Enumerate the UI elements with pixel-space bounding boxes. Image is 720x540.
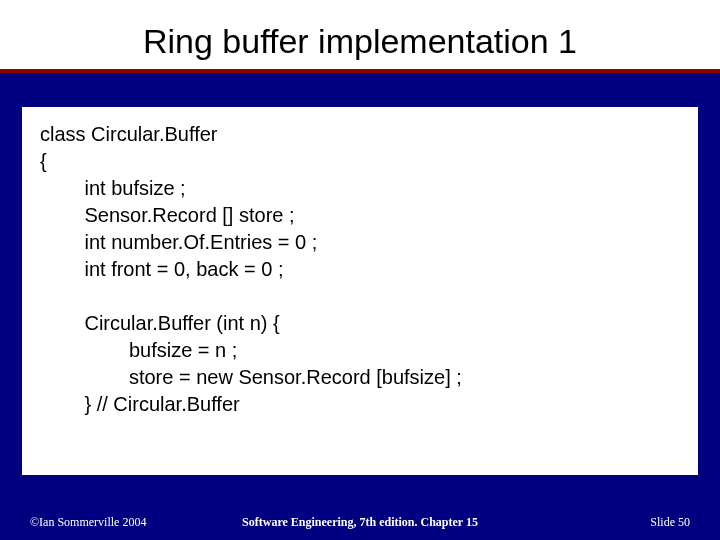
code-listing: class Circular.Buffer { int bufsize ; Se… bbox=[40, 121, 680, 418]
code-box: class Circular.Buffer { int bufsize ; Se… bbox=[22, 107, 698, 475]
slide-title: Ring buffer implementation 1 bbox=[0, 22, 720, 61]
slide: Ring buffer implementation 1 class Circu… bbox=[0, 0, 720, 540]
footer-slide-number: Slide 50 bbox=[650, 515, 690, 530]
footer-chapter: Software Engineering, 7th edition. Chapt… bbox=[0, 515, 720, 530]
title-area: Ring buffer implementation 1 bbox=[0, 0, 720, 73]
